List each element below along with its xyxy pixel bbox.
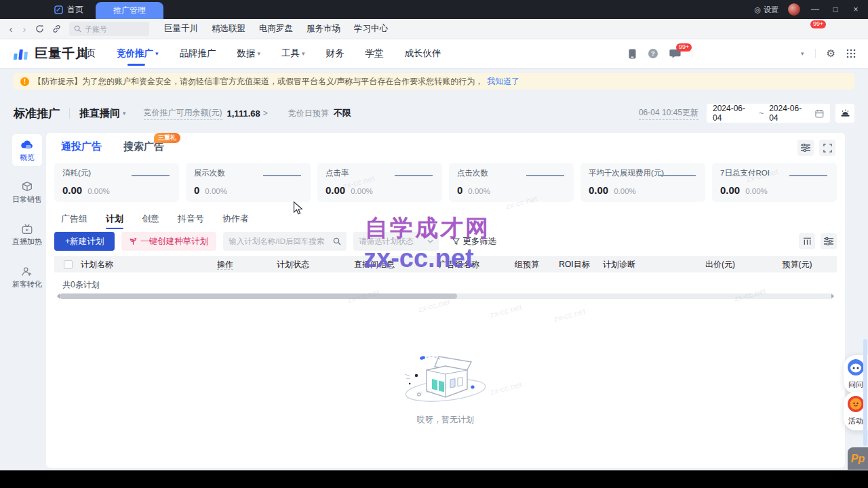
overview-icon xyxy=(20,139,34,151)
nav-tools[interactable]: 工具▾ xyxy=(281,39,305,68)
letterbox-bottom xyxy=(0,470,868,488)
caret-down-icon: ▾ xyxy=(155,50,159,57)
stat-card-clicks[interactable]: 点击次数 00.00% xyxy=(449,163,574,202)
page-title: 标准推广 xyxy=(14,106,60,121)
sparkline xyxy=(526,175,564,176)
apps-grid-icon[interactable] xyxy=(846,49,856,58)
balance-arrow-icon[interactable]: > xyxy=(263,108,268,118)
tab-collaborator[interactable]: 协作者 xyxy=(222,213,249,229)
tab-plan[interactable]: 计划 xyxy=(106,213,123,229)
custom-columns-button[interactable] xyxy=(799,233,815,249)
sidebar-item-daily-sales[interactable]: 日常销售 xyxy=(12,176,42,208)
quick-link-jingxuan[interactable]: 精选联盟 xyxy=(212,23,245,35)
search-icon xyxy=(74,25,81,33)
plan-search-box[interactable] xyxy=(223,232,347,251)
list-settings-button[interactable] xyxy=(821,233,837,249)
package-icon xyxy=(21,181,33,193)
tab-creative[interactable]: 创意 xyxy=(142,213,159,229)
titlebar-controls: ◎ 设置 — □ × xyxy=(754,0,861,19)
address-search-box[interactable] xyxy=(69,22,149,36)
tab-ad-group[interactable]: 广告组 xyxy=(61,213,87,229)
back-button[interactable]: ‹ xyxy=(4,23,18,35)
warning-icon: ! xyxy=(20,77,29,86)
bell-badge: 99+ xyxy=(810,20,826,28)
nav-home[interactable]: 首页 xyxy=(77,39,96,68)
help-icon[interactable]: ? xyxy=(648,48,658,59)
browser-tab-home[interactable]: 首页 xyxy=(42,0,96,19)
address-input[interactable] xyxy=(85,25,139,33)
status-filter-select[interactable] xyxy=(353,232,439,251)
sparkline xyxy=(263,175,301,176)
columns-icon xyxy=(803,237,812,245)
caret-down-icon: ▾ xyxy=(302,50,305,57)
header-right-icons: ? 99+ ▾ ⚙ xyxy=(628,39,856,68)
quick-links: 巨量千川 精选联盟 电商罗盘 服务市场 学习中心 xyxy=(164,23,388,35)
vertical-scrollbar-thumb[interactable] xyxy=(863,339,867,446)
col-roi-target: ROI目标 xyxy=(554,259,595,270)
gear-icon[interactable]: ⚙ xyxy=(827,47,835,60)
nav-finance[interactable]: 财务 xyxy=(326,39,344,68)
chevron-down-icon xyxy=(427,239,433,243)
stat-card-impressions[interactable]: 展示次数 00.00% xyxy=(186,163,311,202)
window-minimize-button[interactable]: — xyxy=(810,5,821,14)
forward-button[interactable]: › xyxy=(18,23,31,35)
scroll-left-arrow[interactable] xyxy=(54,293,60,299)
mobile-icon[interactable] xyxy=(628,48,637,60)
sidebar-item-overview[interactable]: 概览 xyxy=(12,134,42,166)
window-close-button[interactable]: × xyxy=(850,5,861,14)
stat-card-roi[interactable]: 7日总支付ROI 0.000.00% xyxy=(712,163,837,202)
nav-data[interactable]: 数据▾ xyxy=(237,39,261,68)
tab-douyin-account[interactable]: 抖音号 xyxy=(178,213,204,229)
nav-school[interactable]: 学堂 xyxy=(366,39,384,68)
quick-link-market[interactable]: 服务市场 xyxy=(307,23,340,35)
scene-selector[interactable]: 推直播间 ▾ xyxy=(79,107,126,120)
date-range-picker[interactable]: 2024-06-04 ~ 2024-06-04 xyxy=(707,104,830,123)
scroll-right-arrow[interactable] xyxy=(831,293,837,299)
link-icon[interactable] xyxy=(52,24,61,33)
activity-icon xyxy=(847,395,865,413)
refresh-button[interactable] xyxy=(35,24,44,33)
banner-acknowledge-link[interactable]: 我知道了 xyxy=(487,76,519,87)
account-caret-icon[interactable]: ▾ xyxy=(801,50,804,57)
sidebar-item-live-heating[interactable]: 直播加热 xyxy=(12,218,42,250)
tab-search-ads[interactable]: 搜索广告 三重礼 xyxy=(123,140,164,153)
browser-tab-promotion[interactable]: 推广管理 xyxy=(96,2,163,19)
search-icon xyxy=(333,237,341,245)
alarm-icon xyxy=(840,108,850,118)
alarm-button[interactable] xyxy=(835,104,854,123)
sidebar-item-new-customer[interactable]: 新客转化 xyxy=(12,261,42,293)
daily-budget-label: 竞价日预算 xyxy=(288,108,329,119)
col-plan-name: 计划名称 xyxy=(73,259,195,270)
nav-brand-promotion[interactable]: 品牌推广 xyxy=(180,39,216,68)
select-all-checkbox[interactable] xyxy=(64,260,73,269)
tab-favicon-icon xyxy=(54,5,63,14)
more-filter-button[interactable]: 更多筛选 xyxy=(452,236,496,247)
stat-card-cost[interactable]: 消耗(元) 0.000.00% xyxy=(54,163,179,202)
stat-card-cpm[interactable]: 平均千次展现费用(元) 0.000.00% xyxy=(580,163,705,202)
col-plan-status: 计划状态 xyxy=(256,259,330,270)
scrollbar-thumb[interactable] xyxy=(60,293,457,299)
window-maximize-button[interactable]: □ xyxy=(830,5,841,14)
user-avatar[interactable] xyxy=(788,3,800,16)
tab-feed-ads[interactable]: 通投广告 xyxy=(61,140,102,153)
messages-icon[interactable]: 99+ xyxy=(669,48,681,59)
new-plan-button[interactable]: +新建计划 xyxy=(54,232,115,251)
balance-value: 1,111.68 xyxy=(227,108,260,119)
plan-search-input[interactable] xyxy=(229,237,333,245)
quick-link-learn[interactable]: 学习中心 xyxy=(354,23,388,35)
customer-icon xyxy=(21,266,33,278)
seed-plan-button[interactable]: 一键创建种草计划 xyxy=(121,232,216,251)
nav-partner[interactable]: 成长伙伴 xyxy=(405,39,441,68)
quick-link-compass[interactable]: 电商罗盘 xyxy=(259,23,293,35)
nav-bid-promotion[interactable]: 竞价推广▾ xyxy=(117,39,159,68)
message-badge: 99+ xyxy=(676,43,692,52)
metric-settings-button[interactable] xyxy=(797,140,814,156)
fullscreen-button[interactable] xyxy=(819,140,835,156)
quick-link-qianchuan[interactable]: 巨量千川 xyxy=(164,23,198,35)
browser-settings-button[interactable]: ◎ 设置 xyxy=(754,5,778,15)
stat-card-ctr[interactable]: 点击率 0.000.00% xyxy=(317,163,442,202)
status-filter-input[interactable] xyxy=(359,237,427,245)
horizontal-scrollbar[interactable] xyxy=(54,293,837,299)
col-live-room: 直播间信息 xyxy=(330,259,418,270)
settings-target-icon: ◎ xyxy=(754,5,761,14)
